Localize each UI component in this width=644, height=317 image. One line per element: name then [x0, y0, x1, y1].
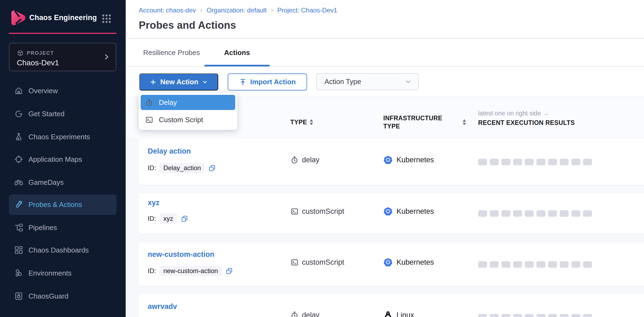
sidebar-item-label: Application Maps	[28, 155, 82, 164]
copy-icon[interactable]	[181, 215, 188, 222]
sidebar: Chaos Engineering PROJECT Chaos-Dev1 Ove…	[0, 0, 126, 317]
sidebar-item-chaos-dashboards[interactable]: Chaos Dashboards	[9, 241, 117, 259]
sort-icon[interactable]	[462, 119, 466, 125]
breadcrumb-link[interactable]: Account: chaos-dev	[139, 7, 196, 14]
row-id: ID:Delay_action	[148, 163, 216, 173]
breadcrumb-link[interactable]: Project: Chaos-Dev1	[277, 7, 337, 14]
get-started-icon	[14, 109, 23, 118]
execution-result-placeholder	[501, 261, 510, 268]
import-action-button[interactable]: Import Action	[228, 73, 307, 90]
script-icon	[145, 116, 153, 124]
recent-executions-cell	[478, 259, 592, 270]
project-selector[interactable]: PROJECT Chaos-Dev1	[9, 43, 116, 71]
row-name-link[interactable]: awrvadv	[148, 302, 177, 311]
copy-icon[interactable]	[208, 164, 216, 172]
id-label: ID:	[148, 164, 156, 172]
execution-result-placeholder	[536, 261, 545, 268]
sidebar-item-chaosguard[interactable]: ChaosGuard	[9, 287, 117, 305]
execution-result-placeholder	[560, 210, 569, 217]
tab-resilience-probes[interactable]: Resilience Probes	[139, 39, 204, 66]
id-label: ID:	[148, 215, 156, 222]
execution-result-placeholder	[571, 314, 580, 317]
recent-results-hint: latest one on right side →	[478, 110, 549, 117]
sort-icon[interactable]	[310, 119, 313, 125]
chevron-down-icon	[405, 78, 412, 85]
type-cell: customScript	[290, 257, 344, 268]
sidebar-item-label: Environments	[28, 269, 72, 277]
execution-result-placeholder	[501, 210, 510, 217]
sidebar-item-probes-actions[interactable]: Probes & Actions	[9, 195, 117, 215]
execution-result-placeholder	[583, 261, 592, 268]
sidebar-item-application-maps[interactable]: Application Maps	[9, 150, 117, 168]
breadcrumb: Account: chaos-dev›Organization: default…	[139, 7, 337, 14]
sidebar-item-gamedays[interactable]: GameDays	[9, 173, 117, 191]
execution-result-placeholder	[513, 314, 522, 317]
execution-result-placeholder	[525, 314, 534, 317]
id-label: ID:	[148, 267, 156, 275]
execution-result-placeholder	[583, 159, 592, 165]
module-grid-icon[interactable]	[102, 14, 111, 23]
pipelines-icon	[14, 223, 23, 232]
sidebar-item-chaos-experiments[interactable]: Chaos Experiments	[9, 128, 117, 146]
execution-result-placeholder	[478, 261, 487, 268]
kubernetes-icon	[384, 156, 392, 164]
execution-result-placeholder	[513, 261, 522, 268]
new-action-button[interactable]: New Action	[139, 73, 218, 90]
sidebar-item-environments[interactable]: Environments	[9, 264, 117, 282]
column-header-type[interactable]: TYPE	[290, 118, 307, 126]
table-row: Delay actionID:Delay_actiondelayKubernet…	[139, 139, 644, 185]
action-type-select[interactable]: Action Type	[316, 73, 419, 90]
row-name-link[interactable]: new-custom-action	[148, 250, 214, 259]
execution-result-placeholder	[583, 210, 592, 217]
gamepad-icon	[14, 178, 23, 187]
chevron-down-icon	[202, 79, 208, 85]
copy-icon[interactable]	[226, 267, 233, 275]
execution-result-placeholder	[490, 261, 499, 268]
execution-result-placeholder	[513, 210, 522, 217]
type-cell: customScript	[290, 206, 344, 217]
execution-result-placeholder	[490, 210, 499, 217]
row-id: ID:new-custom-action	[148, 266, 233, 276]
execution-result-placeholder	[478, 210, 487, 217]
execution-result-placeholder	[490, 314, 499, 317]
table-row: awrvadvdelayLinux	[139, 294, 644, 317]
menu-item-custom-script[interactable]: Custom Script	[141, 112, 235, 128]
stopwatch-icon	[290, 156, 299, 164]
sidebar-item-get-started[interactable]: Get Started	[9, 105, 117, 123]
lock-badge-icon	[14, 292, 23, 301]
script-icon	[290, 258, 299, 267]
breadcrumb-separator: ›	[271, 7, 273, 14]
execution-result-placeholder	[571, 261, 580, 268]
brand-accent-divider	[9, 33, 117, 34]
chevron-right-icon	[103, 53, 110, 61]
flask-icon	[14, 132, 23, 141]
execution-result-placeholder	[513, 159, 522, 165]
column-header-infrastructure-type[interactable]: INFRASTRUCTURE TYPE	[383, 114, 451, 130]
row-name-link[interactable]: xyz	[148, 199, 160, 207]
execution-result-placeholder	[536, 314, 545, 317]
execution-result-placeholder	[560, 314, 569, 317]
infrastructure-cell: Kubernetes	[384, 257, 434, 268]
column-header-recent-execution-results: RECENT EXECUTION RESULTS	[478, 119, 575, 127]
execution-result-placeholder	[525, 159, 534, 165]
row-name-link[interactable]: Delay action	[148, 147, 191, 156]
execution-result-placeholder	[571, 159, 580, 165]
linux-icon	[384, 311, 392, 317]
execution-result-placeholder	[536, 210, 545, 217]
breadcrumb-link[interactable]: Organization: default	[207, 7, 266, 14]
sidebar-item-pipelines[interactable]: Pipelines	[9, 219, 117, 237]
execution-result-placeholder	[548, 261, 557, 268]
execution-result-placeholder	[571, 210, 580, 217]
environments-icon	[14, 269, 23, 278]
menu-item-delay[interactable]: Delay	[141, 95, 235, 110]
tab-actions[interactable]: Actions	[204, 39, 270, 66]
execution-result-placeholder	[560, 159, 569, 165]
row-id-pill: xyz	[159, 214, 177, 224]
import-icon	[239, 78, 247, 86]
sidebar-item-label: Overview	[28, 87, 58, 95]
execution-result-placeholder	[583, 314, 592, 317]
harness-logo	[10, 8, 26, 27]
sidebar-item-overview[interactable]: Overview	[9, 82, 117, 100]
new-action-menu: DelayCustom Script	[139, 93, 237, 130]
type-cell: delay	[290, 310, 320, 317]
